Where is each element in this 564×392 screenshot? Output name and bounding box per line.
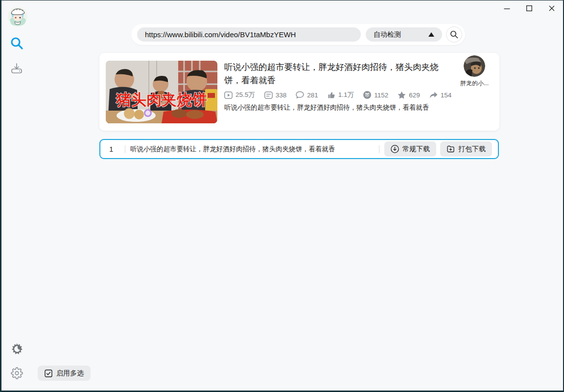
close-icon (549, 5, 555, 11)
video-description: 听说小强的超市要转让，胖龙好酒好肉招待，猪头肉夹烧饼，看着就香 (224, 103, 454, 112)
minimize-button[interactable] (499, 2, 514, 15)
video-info: 听说小强的超市要转让，胖龙好酒好肉招待，猪头肉夹烧饼，看着就香 (224, 61, 448, 87)
play-count-icon (224, 92, 233, 99)
maximize-icon (526, 5, 532, 11)
like-icon (328, 91, 335, 99)
package-download-button[interactable]: 打包下载 (440, 141, 492, 157)
detect-mode-label: 自动检测 (374, 30, 401, 39)
stat-value: 154 (441, 92, 452, 99)
stat-shares: 154 (429, 92, 452, 99)
video-info-card: 猪头肉夹烧饼 听说小强的超市要转让，胖龙好酒好肉招待，猪头肉夹烧饼，看着就香 2… (99, 53, 499, 131)
stat-value: 629 (409, 92, 420, 99)
video-stats-row: 25.5万 338 281 1.1万 (224, 91, 451, 99)
stat-value: 338 (276, 92, 287, 99)
app-window: 自动检测 (0, 0, 564, 392)
comment-icon (296, 91, 304, 99)
theme-toggle-button[interactable] (11, 343, 23, 355)
share-icon (429, 92, 438, 99)
window-controls (499, 2, 559, 15)
theme-sun-moon-icon (11, 343, 23, 355)
thumbnail-overlay-text: 猪头肉夹烧饼 (116, 91, 207, 108)
divider (125, 145, 125, 153)
search-icon (10, 36, 24, 50)
url-input[interactable] (137, 27, 361, 42)
maximize-button[interactable] (522, 2, 537, 15)
row-index: 1 (109, 145, 120, 153)
stat-favorites: 629 (398, 91, 420, 99)
sidebar-search-button[interactable] (10, 36, 24, 50)
app-logo (8, 7, 27, 26)
coin-icon (363, 91, 371, 99)
checkbox-icon (45, 369, 52, 377)
divider (379, 145, 379, 153)
app-logo-icon (8, 7, 27, 26)
detect-mode-dropdown[interactable]: 自动检测 (366, 27, 442, 42)
danmaku-icon (264, 92, 273, 99)
uploader-avatar[interactable] (464, 55, 485, 77)
stat-danmaku: 338 (264, 92, 287, 99)
stat-value: 281 (307, 92, 318, 99)
stat-plays: 25.5万 (224, 91, 255, 99)
minimize-icon (504, 5, 510, 12)
parse-search-button[interactable] (446, 26, 462, 43)
uploader-block: 胖龙的小... (456, 55, 493, 88)
enable-multiselect-button[interactable]: 启用多选 (38, 366, 91, 381)
folder-plus-icon (446, 145, 455, 153)
download-circle-icon (391, 145, 399, 153)
stat-value: 1.1万 (338, 91, 354, 99)
stat-value: 25.5万 (235, 91, 255, 99)
video-title: 听说小强的超市要转让，胖龙好酒好肉招待，猪头肉夹烧饼，看着就香 (224, 61, 448, 87)
triangle-up-icon (428, 32, 434, 37)
stat-likes: 1.1万 (328, 91, 354, 99)
video-thumbnail[interactable]: 猪头肉夹烧饼 (106, 61, 217, 123)
url-toolbar: 自动检测 (131, 24, 465, 45)
search-icon (450, 30, 458, 39)
stat-value: 1152 (374, 92, 388, 99)
close-button[interactable] (544, 2, 559, 15)
download-row[interactable]: 1 听说小强的超市要转让，胖龙好酒好肉招待，猪头肉夹烧饼，看着就香 常规下载 打… (99, 139, 499, 159)
gear-icon (11, 367, 23, 379)
stat-comments: 281 (296, 91, 318, 99)
download-tray-icon (10, 62, 23, 75)
sidebar-downloads-button[interactable] (10, 62, 23, 75)
regular-download-label: 常规下载 (402, 145, 430, 154)
row-title: 听说小强的超市要转让，胖龙好酒好肉招待，猪头肉夹烧饼，看着就香 (130, 145, 374, 154)
stat-coins: 1152 (363, 91, 388, 99)
regular-download-button[interactable]: 常规下载 (384, 141, 436, 157)
uploader-avatar-image (464, 55, 485, 77)
enable-multiselect-label: 启用多选 (56, 369, 84, 378)
package-download-label: 打包下载 (458, 145, 486, 154)
favorite-icon (398, 91, 406, 99)
settings-button[interactable] (11, 367, 23, 379)
uploader-name[interactable]: 胖龙的小... (456, 79, 493, 88)
thumbnail-image: 猪头肉夹烧饼 (106, 61, 217, 123)
